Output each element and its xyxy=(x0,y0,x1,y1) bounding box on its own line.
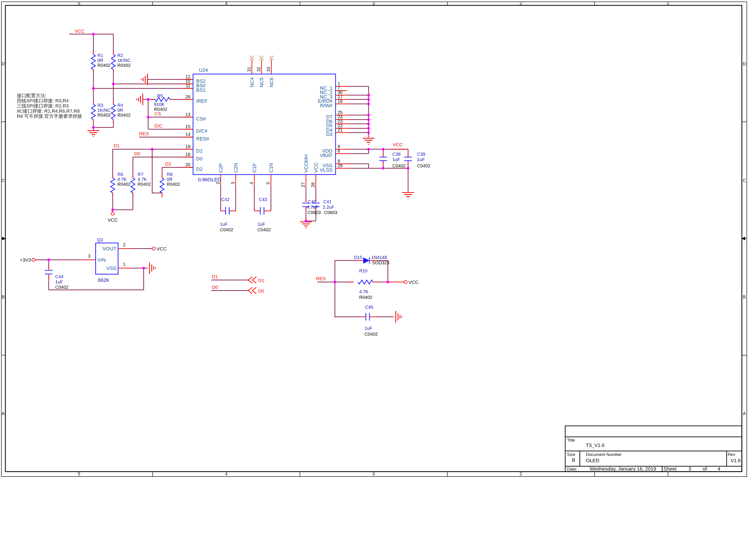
pin-number: 28 xyxy=(310,182,315,187)
zone-col: 5 xyxy=(78,471,80,476)
ground-icon xyxy=(88,131,99,137)
pin-name: VBAT xyxy=(320,152,333,158)
pin-number: 10 xyxy=(185,79,190,84)
zone-col: 4 xyxy=(225,471,228,476)
ground-icon xyxy=(300,222,312,228)
pin-number: 11 xyxy=(186,83,190,88)
zone-col: 4 xyxy=(225,1,228,6)
part-package: R0402 xyxy=(138,182,151,187)
part-value: 0R xyxy=(97,58,103,63)
pin-number: 15 xyxy=(185,124,190,129)
ref-designator: C40 xyxy=(308,199,316,204)
pin-name: IREF xyxy=(196,98,207,104)
junction-dots xyxy=(47,33,409,283)
sheet-label: Sheet xyxy=(663,466,677,472)
pin-name: VCOMH xyxy=(303,154,309,173)
part-package: C0402 xyxy=(417,163,430,168)
pin-name: NC6 xyxy=(269,77,274,87)
part-package: R0402 xyxy=(97,113,111,118)
net-label-res: RES xyxy=(316,276,326,281)
pin-number: 2 xyxy=(123,242,125,247)
note-line: IIC接口焊接: R1,R4,R6,R7,R8 xyxy=(17,108,80,114)
title-value: T3_V1.6 xyxy=(586,442,605,448)
vcc-port-icon xyxy=(404,280,407,283)
net-labels: VCC CS D/C RES D1 D0 D2 VCC RES +3V3 VCC… xyxy=(20,29,418,285)
zone-row: D xyxy=(2,61,5,66)
earth-ground-icon xyxy=(141,74,148,85)
pin-name: VSS xyxy=(106,265,116,271)
ref-designator: R4 xyxy=(118,103,123,108)
part-package: R0402 xyxy=(97,63,111,68)
pin-number: 12 xyxy=(185,74,190,79)
part-package: R0402 xyxy=(359,295,372,300)
part-value: 4.7K xyxy=(359,289,368,294)
pin-number: 13 xyxy=(185,112,190,117)
pin-name: D1 xyxy=(196,148,202,154)
net-label-vcc: VCC xyxy=(74,29,84,34)
component-u24: U24 0.96OLED BS2 BS0 BS1 IREF CS# D/C# R… xyxy=(185,56,343,187)
part-package: C0402 xyxy=(220,227,233,232)
part-package: R0402 xyxy=(167,182,180,187)
ref-designator: U24 xyxy=(199,67,208,73)
pin-name: VCC xyxy=(313,162,319,173)
part-package: R0402 xyxy=(118,182,131,187)
zone-col: 1 xyxy=(667,1,669,6)
ref-designator: C44 xyxy=(55,274,64,279)
ref-designator: C39 xyxy=(417,152,425,157)
pin-number: 18 xyxy=(185,152,190,157)
pin-number: 26 xyxy=(185,94,190,99)
part-package: C0402 xyxy=(392,163,406,168)
net-label-dc: D/C xyxy=(154,123,163,128)
part-value: 0.96OLED xyxy=(198,177,221,182)
part-value: 910K xyxy=(154,102,165,107)
offpage-chevron-icon xyxy=(248,287,256,294)
ref-designator: C43 xyxy=(259,197,267,202)
date-label: Date: xyxy=(567,467,577,471)
ref-designator: C38 xyxy=(392,152,401,157)
part-package: C0603 xyxy=(308,210,321,215)
pin-name: D0 xyxy=(196,156,202,162)
pin-number: 29 xyxy=(338,163,342,168)
sheet-of-label: of xyxy=(703,466,707,472)
pin-name: NC5 xyxy=(259,77,264,87)
part-package: R0402 xyxy=(118,113,131,118)
pin-number: 20 xyxy=(185,162,190,167)
ref-designator: C41 xyxy=(323,199,332,204)
zone-col: 2 xyxy=(519,1,522,6)
part-value: 4.7K xyxy=(138,177,147,182)
pin-name: BS1 xyxy=(196,87,205,93)
pin-name: R/W# xyxy=(320,103,333,108)
pin-name: RES# xyxy=(196,136,209,142)
capacitor-labels: C38 1uF C0402 C39 1uF C0402 C40 4.7uF C0… xyxy=(55,152,430,336)
ref-designator: D15 xyxy=(354,255,362,260)
pin-name: D3 xyxy=(326,131,333,137)
power-label-vcc: VCC xyxy=(108,217,118,223)
schematic-canvas: 5 4 3 2 1 5 4 3 2 1 D C B A D C B A 接口配置… xyxy=(0,0,756,534)
rev-label: Rev xyxy=(728,452,735,457)
part-value: 1K/NC xyxy=(97,108,111,113)
pin-number: 16 xyxy=(338,99,342,104)
part-value: 1N4148 xyxy=(371,255,387,260)
part-value: 2.2uF xyxy=(323,205,334,210)
sheet-total: 4 xyxy=(717,466,720,472)
part-value: 662K xyxy=(98,277,110,283)
net-label-d1: D1 xyxy=(114,143,120,148)
offpage-label-d1: D1 xyxy=(258,278,264,283)
pin-number: 17 xyxy=(338,94,342,99)
pin-number: 32 xyxy=(256,67,261,72)
net-label-d1: D1 xyxy=(212,274,218,279)
pin-number: 3 xyxy=(88,254,91,258)
zone-col: 2 xyxy=(519,471,522,476)
docnum-label: Document Number xyxy=(586,452,622,457)
pin-number: 2 xyxy=(215,182,220,184)
ref-designator: R2 xyxy=(118,53,123,58)
part-package: C0402 xyxy=(257,227,271,232)
zone-row: C xyxy=(743,178,746,183)
earth-ground-icon xyxy=(396,311,402,323)
pin-name: VOUT xyxy=(103,246,116,252)
pin-name: CS# xyxy=(196,116,206,121)
part-value: 1K/NC xyxy=(118,58,131,63)
note-line: 四线SPI接口焊接: R3,R4 xyxy=(17,98,69,103)
diode-icon xyxy=(363,257,369,264)
config-notes: 接口配置方法: 四线SPI接口焊接: R3,R4 三线SPI接口焊接: R2,R… xyxy=(17,93,82,119)
